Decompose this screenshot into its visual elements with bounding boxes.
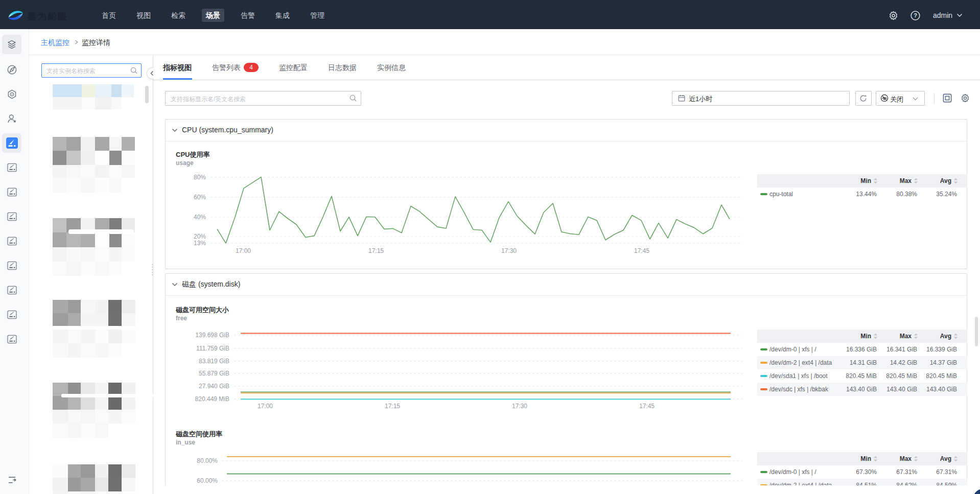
svg-text:?: ? — [914, 12, 917, 18]
